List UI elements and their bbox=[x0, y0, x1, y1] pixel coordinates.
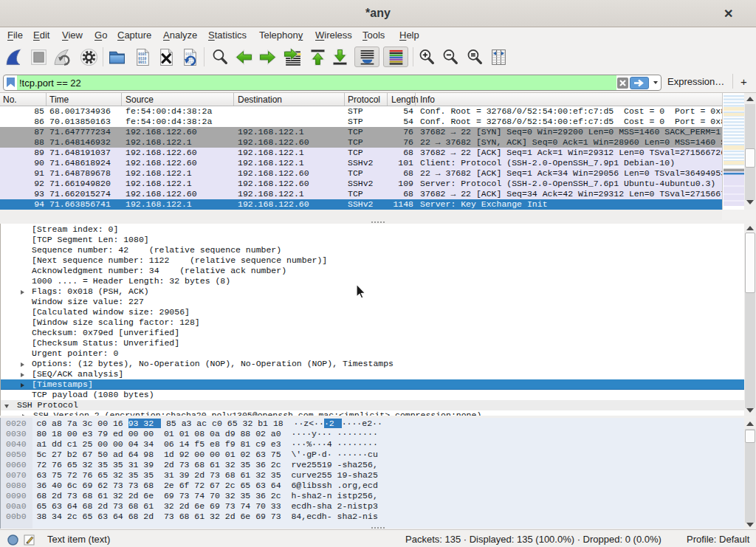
svg-text:0011: 0011 bbox=[138, 61, 146, 64]
